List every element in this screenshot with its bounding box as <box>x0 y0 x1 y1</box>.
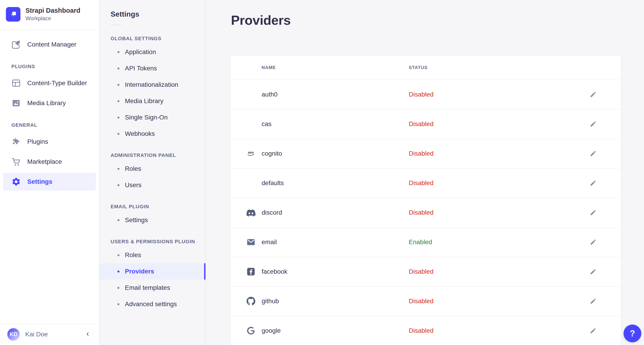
edit-provider-button[interactable] <box>588 178 598 188</box>
subnav-item-application[interactable]: Application <box>99 44 205 60</box>
content-manager-icon <box>11 40 21 49</box>
status-badge: Disabled <box>409 209 582 216</box>
bullet-icon <box>118 303 120 305</box>
bullet-icon <box>118 133 120 135</box>
subnav-item-api-tokens[interactable]: API Tokens <box>99 60 205 76</box>
edit-provider-button[interactable] <box>588 326 598 336</box>
email-icon <box>246 237 256 247</box>
subnav-title-divider <box>110 25 122 25</box>
subnav-item-settings[interactable]: Settings <box>99 212 205 228</box>
provider-row-auth0: auth0Disabled <box>230 80 621 110</box>
pencil-icon <box>590 91 596 98</box>
subnav-item-single-sign-on[interactable]: Single Sign-On <box>99 109 205 126</box>
help-button[interactable]: ? <box>624 324 641 342</box>
subnav-item-users[interactable]: Users <box>99 177 205 193</box>
sidebar-item-content-type-builder[interactable]: Content-Type Builder <box>0 73 99 93</box>
avatar: KD <box>7 328 20 341</box>
status-badge: Disabled <box>409 298 582 305</box>
subnav-sections: GLOBAL SETTINGSApplicationAPI TokensInte… <box>99 36 205 312</box>
subnav-item-label: API Tokens <box>125 65 157 72</box>
edit-provider-button[interactable] <box>588 208 598 218</box>
google-icon <box>246 326 256 335</box>
subnav-item-media-library[interactable]: Media Library <box>99 93 205 109</box>
chevron-left-icon <box>85 331 90 337</box>
brand-title: Strapi Dashboard <box>26 7 80 14</box>
subnav-section-label-global-settings: GLOBAL SETTINGS <box>110 36 205 42</box>
status-badge: Disabled <box>409 327 582 334</box>
subnav-item-webhooks[interactable]: Webhooks <box>99 126 205 142</box>
main-content: Providers NAME STATUS auth0DisabledcasDi… <box>206 0 644 345</box>
sidebar-item-settings[interactable]: Settings <box>3 173 96 190</box>
svg-text:aws: aws <box>248 150 254 154</box>
sidebar-item-plugins[interactable]: Plugins <box>0 132 99 152</box>
pencil-icon <box>590 268 596 275</box>
pencil-icon <box>590 209 596 216</box>
subnav-item-providers[interactable]: Providers <box>99 263 205 280</box>
table-header: NAME STATUS <box>230 56 621 80</box>
content-type-builder-icon <box>11 78 21 88</box>
sidebar-section-label-general: GENERAL <box>0 113 99 132</box>
subnav-item-email-templates[interactable]: Email templates <box>99 280 205 296</box>
user-profile[interactable]: KD Kai Doe <box>0 324 99 345</box>
provider-name: discord <box>262 209 403 216</box>
table-body: auth0DisabledcasDisabledawscognitoDisabl… <box>230 80 621 345</box>
bullet-icon <box>118 116 120 118</box>
github-icon <box>246 296 256 306</box>
sidebar-item-label: Marketplace <box>27 158 62 165</box>
pencil-icon <box>590 150 596 157</box>
subnav-item-label: Media Library <box>125 98 164 105</box>
subnav-item-label: Users <box>125 182 142 189</box>
edit-provider-button[interactable] <box>588 237 598 247</box>
facebook-icon <box>246 267 256 277</box>
status-badge: Disabled <box>409 180 582 187</box>
sidebar-item-marketplace[interactable]: Marketplace <box>0 152 99 172</box>
sidebar-nav-list: Content ManagerPLUGINSContent-Type Build… <box>0 30 99 324</box>
subnav-item-roles[interactable]: Roles <box>99 160 205 177</box>
subnav-item-advanced-settings[interactable]: Advanced settings <box>99 296 205 312</box>
subnav-item-label: Single Sign-On <box>125 114 168 121</box>
plugins-icon <box>11 137 21 146</box>
edit-provider-button[interactable] <box>588 119 598 129</box>
subnav-item-roles[interactable]: Roles <box>99 247 205 263</box>
provider-row-github: githubDisabled <box>230 287 621 316</box>
google-icon <box>246 326 256 336</box>
edit-provider-button[interactable] <box>588 267 598 277</box>
sidebar-collapse-button[interactable] <box>82 329 93 340</box>
edit-provider-button[interactable] <box>588 148 598 158</box>
subnav-item-label: Advanced settings <box>125 300 177 308</box>
aws-icon: aws <box>246 148 256 158</box>
provider-name: cognito <box>262 150 403 157</box>
pencil-icon <box>590 120 596 128</box>
provider-name: email <box>262 238 403 246</box>
provider-name: defaults <box>262 180 403 187</box>
no-icon <box>246 119 256 129</box>
sidebar-item-label: Plugins <box>27 138 48 145</box>
provider-name: auth0 <box>262 91 403 98</box>
brand[interactable]: Strapi Dashboard Workplace <box>0 0 99 30</box>
sidebar: Strapi Dashboard Workplace Content Manag… <box>0 0 99 345</box>
provider-name: google <box>262 327 403 334</box>
edit-provider-button[interactable] <box>588 296 598 306</box>
status-badge: Disabled <box>409 91 582 98</box>
settings-gear-icon <box>11 177 21 186</box>
provider-row-cognito: awscognitoDisabled <box>230 139 621 168</box>
provider-row-google: googleDisabled <box>230 316 621 345</box>
status-badge: Enabled <box>409 238 582 246</box>
subnav-title: Settings <box>110 10 205 18</box>
sidebar-item-media-library[interactable]: Media Library <box>0 93 99 113</box>
column-header-name: NAME <box>262 65 403 70</box>
sidebar-item-content-manager[interactable]: Content Manager <box>0 34 99 54</box>
providers-table-card: NAME STATUS auth0DisabledcasDisabledawsc… <box>230 56 621 345</box>
sidebar-section-label-plugins: PLUGINS <box>0 54 99 73</box>
edit-provider-button[interactable] <box>588 90 598 100</box>
bullet-icon <box>118 287 120 289</box>
status-badge: Disabled <box>409 120 582 128</box>
user-name: Kai Doe <box>25 331 77 338</box>
subnav-item-internationalization[interactable]: Internationalization <box>99 76 205 93</box>
subnav-item-label: Settings <box>125 216 148 224</box>
bullet-icon <box>118 68 120 70</box>
settings-subnav: Settings GLOBAL SETTINGSApplicationAPI T… <box>99 0 206 345</box>
bullet-icon <box>118 254 120 256</box>
pencil-icon <box>590 298 596 304</box>
provider-row-defaults: defaultsDisabled <box>230 168 621 198</box>
